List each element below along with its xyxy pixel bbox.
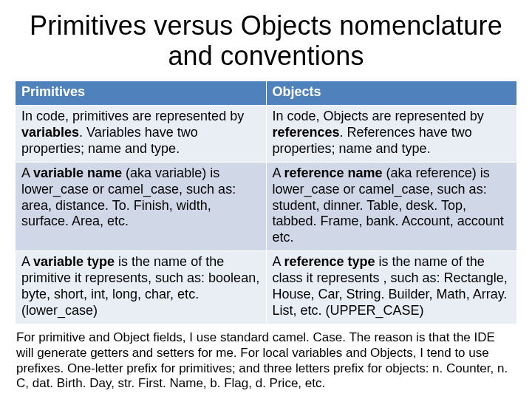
comparison-table: Primitives Objects In code, primitives a… xyxy=(15,81,517,324)
cell-primitives-3: A variable type is the name of the primi… xyxy=(16,251,267,324)
table-row: A variable name (aka variable) is lower_… xyxy=(16,162,517,251)
header-primitives: Primitives xyxy=(16,81,267,105)
cell-primitives-1: In code, primitives are represented by v… xyxy=(16,105,267,162)
table-row: A variable type is the name of the primi… xyxy=(16,251,517,324)
cell-objects-1: In code, Objects are represented by refe… xyxy=(266,105,517,162)
cell-primitives-2: A variable name (aka variable) is lower_… xyxy=(16,162,267,251)
header-objects: Objects xyxy=(266,81,517,105)
slide-title: Primitives versus Objects nomenclature a… xyxy=(15,10,517,72)
footer-note: For primitive and Object fields, I use s… xyxy=(15,330,517,392)
cell-objects-2: A reference name (aka reference) is lowe… xyxy=(266,162,517,251)
cell-objects-3: A reference type is the name of the clas… xyxy=(266,251,517,324)
table-row: In code, primitives are represented by v… xyxy=(16,105,517,162)
